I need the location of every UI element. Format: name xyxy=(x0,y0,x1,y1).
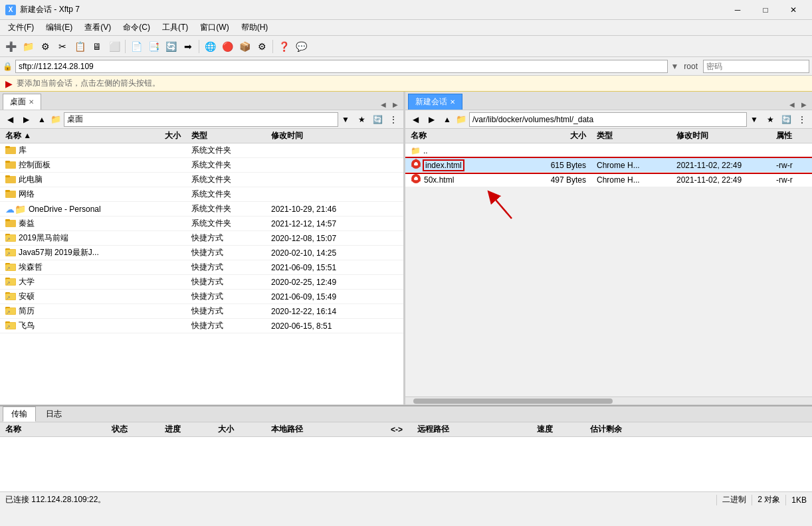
t-col-arrow-header: <-> xyxy=(385,425,412,434)
toolbar-btn-10[interactable]: 🔄 xyxy=(163,39,179,54)
left-back-button[interactable]: ◀ xyxy=(3,112,17,127)
left-file-name: 网络 xyxy=(0,189,133,200)
menu-view[interactable]: 查看(V) xyxy=(79,21,116,35)
open-button[interactable]: 📁 xyxy=(20,39,36,54)
left-tab-nav-prev[interactable]: ◀ xyxy=(378,99,389,110)
toolbar-btn-11[interactable]: ➡ xyxy=(180,39,196,54)
chat-button[interactable]: 💬 xyxy=(293,39,309,54)
svg-text:↗: ↗ xyxy=(6,280,11,286)
left-file-type: 系统文件夹 xyxy=(186,203,266,215)
right-col-size-header[interactable]: 大小 xyxy=(538,130,591,141)
status-sep-2 xyxy=(752,495,752,505)
right-bookmark-button[interactable]: ★ xyxy=(763,112,777,127)
menu-file[interactable]: 文件(F) xyxy=(3,21,39,35)
toolbar-btn-8[interactable]: 📄 xyxy=(128,39,144,54)
left-file-name: ↗ 简历 xyxy=(0,306,133,317)
toolbar-btn-3[interactable]: ⚙ xyxy=(37,39,53,54)
right-back-button[interactable]: ◀ xyxy=(408,112,423,127)
right-col-name-header[interactable]: 名称 xyxy=(405,130,538,141)
right-tab-nav-next[interactable]: ▶ xyxy=(799,99,809,110)
toolbar-btn-5[interactable]: 📋 xyxy=(72,39,88,54)
right-more-button[interactable]: ⋮ xyxy=(795,112,809,127)
password-input[interactable] xyxy=(703,60,809,73)
toolbar-btn-14[interactable]: 📦 xyxy=(237,39,253,54)
help-button[interactable]: ❓ xyxy=(276,39,292,54)
left-file-row[interactable]: ↗ 大学 快捷方式 2020-02-25, 12:49 xyxy=(0,275,403,290)
menu-help[interactable]: 帮助(H) xyxy=(236,21,274,35)
left-file-row[interactable]: ☁📁 OneDrive - Personal 系统文件夹 2021-10-29,… xyxy=(0,202,403,217)
toolbar-btn-6[interactable]: 🖥 xyxy=(89,39,105,54)
left-file-row[interactable]: ↗ 埃森哲 快捷方式 2021-06-09, 15:51 xyxy=(0,260,403,275)
left-tab-desktop[interactable]: 桌面 ✕ xyxy=(3,94,41,110)
left-file-row[interactable]: 库 系统文件夹 xyxy=(0,143,403,158)
status-objects: 2 对象 xyxy=(758,494,780,505)
status-size: 1KB xyxy=(791,495,807,505)
address-input[interactable] xyxy=(15,60,668,73)
toolbar-btn-4[interactable]: ✂ xyxy=(54,39,70,54)
maximize-button[interactable]: □ xyxy=(752,3,779,17)
left-file-name: ↗ 安硕 xyxy=(0,291,133,302)
left-file-row[interactable]: ↗ 简历 快捷方式 2020-12-22, 16:14 xyxy=(0,304,403,319)
left-path-dropdown[interactable]: ▼ xyxy=(338,112,353,127)
toolbar-btn-13[interactable]: 🔴 xyxy=(219,39,235,54)
svg-text:↗: ↗ xyxy=(6,309,11,315)
minimize-button[interactable]: ─ xyxy=(724,3,751,17)
left-tab-nav-next[interactable]: ▶ xyxy=(390,99,401,110)
close-button[interactable]: ✕ xyxy=(780,3,807,17)
right-up-button[interactable]: ▲ xyxy=(440,112,455,127)
left-col-name-header[interactable]: 名称 ▲ xyxy=(0,130,133,141)
bottom-tab-transfer[interactable]: 传输 xyxy=(3,406,36,422)
svg-rect-3 xyxy=(5,161,10,163)
left-col-modified-header[interactable]: 修改时间 xyxy=(266,130,365,141)
toolbar-btn-12[interactable]: 🌐 xyxy=(202,39,218,54)
left-col-size-header[interactable]: 大小 xyxy=(133,130,186,141)
right-file-row[interactable]: 50x.html 497 Bytes Chrome H... 2021-11-0… xyxy=(405,173,812,187)
titlebar-left: X 新建会话 - Xftp 7 xyxy=(5,4,80,15)
left-file-modified: 2020-06-15, 8:51 xyxy=(266,321,365,331)
left-more-button[interactable]: ⋮ xyxy=(386,112,401,127)
right-refresh-button[interactable]: 🔄 xyxy=(779,112,793,127)
toolbar-btn-15[interactable]: ⚙ xyxy=(254,39,270,54)
left-file-row[interactable]: 控制面板 系统文件夹 xyxy=(0,158,403,173)
left-forward-button[interactable]: ▶ xyxy=(19,112,33,127)
left-up-button[interactable]: ▲ xyxy=(35,112,49,127)
new-session-button[interactable]: ➕ xyxy=(3,39,19,54)
t-col-remote-header: 远程路径 xyxy=(412,424,532,435)
left-file-row[interactable]: 此电脑 系统文件夹 xyxy=(0,173,403,187)
toolbar-btn-9[interactable]: 📑 xyxy=(146,39,161,54)
right-tab-nav-prev[interactable]: ◀ xyxy=(787,99,797,110)
right-file-row[interactable]: index.html 615 Bytes Chrome H... 2021-11… xyxy=(405,158,812,173)
main-area: 桌面 ✕ ◀ ▶ ◀ ▶ ▲ 📁 ▼ ★ 🔄 ⋮ 名称 ▲ xyxy=(0,92,812,405)
right-path-dropdown[interactable]: ▼ xyxy=(747,112,761,127)
left-file-row[interactable]: ↗ 安硕 快捷方式 2021-06-09, 15:49 xyxy=(0,290,403,304)
right-hscroll-thumb[interactable] xyxy=(413,398,613,404)
left-file-type: 系统文件夹 xyxy=(186,189,266,200)
left-col-type-header[interactable]: 类型 xyxy=(186,130,266,141)
left-tab-close-icon[interactable]: ✕ xyxy=(29,98,34,106)
menu-window[interactable]: 窗口(W) xyxy=(195,21,234,35)
left-file-row[interactable]: ↗ 飞鸟 快捷方式 2020-06-15, 8:51 xyxy=(0,319,403,333)
left-file-row[interactable]: 秦益 系统文件夹 2021-12-12, 14:57 xyxy=(0,217,403,231)
right-forward-button[interactable]: ▶ xyxy=(424,112,439,127)
addr-dropdown-arrow[interactable]: ▼ xyxy=(670,62,678,71)
right-tab-new-session[interactable]: 新建会话 ✕ xyxy=(408,94,462,110)
menu-command[interactable]: 命令(C) xyxy=(118,21,155,35)
left-file-row[interactable]: 网络 系统文件夹 xyxy=(0,187,403,202)
menu-tools[interactable]: 工具(T) xyxy=(157,21,193,35)
menu-edit[interactable]: 编辑(E) xyxy=(41,21,78,35)
right-col-modified-header[interactable]: 修改时间 xyxy=(671,130,771,141)
left-bookmark-button[interactable]: ★ xyxy=(354,112,369,127)
right-tab-close-icon[interactable]: ✕ xyxy=(450,98,455,106)
left-path-input[interactable] xyxy=(64,112,338,127)
right-hscroll-bar xyxy=(405,396,812,404)
left-file-row[interactable]: ↗ Java57期 2019最新J... 快捷方式 2020-02-10, 14… xyxy=(0,246,403,260)
toolbar-btn-7[interactable]: ⬜ xyxy=(106,39,122,54)
left-file-modified: 2021-12-12, 14:57 xyxy=(266,219,365,228)
bottom-tab-log[interactable]: 日志 xyxy=(37,406,70,422)
right-col-type-header[interactable]: 类型 xyxy=(591,130,671,141)
right-file-row[interactable]: 📁 .. xyxy=(405,143,812,158)
right-path-input[interactable] xyxy=(469,112,747,127)
left-refresh-button[interactable]: 🔄 xyxy=(370,112,385,127)
left-file-row[interactable]: ↗ 2019黑马前端 快捷方式 2020-12-08, 15:07 xyxy=(0,231,403,246)
right-col-attr-header[interactable]: 属性 xyxy=(771,130,812,141)
